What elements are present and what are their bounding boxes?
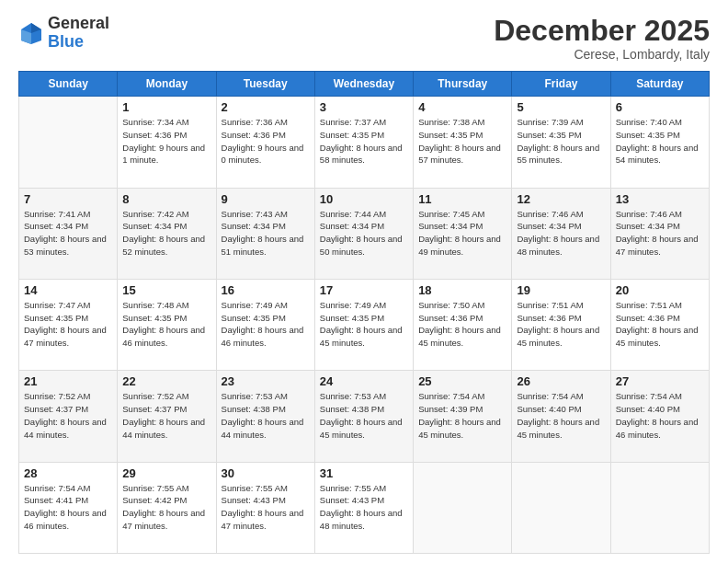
location-subtitle: Cerese, Lombardy, Italy [494,47,710,62]
day-info: Sunrise: 7:39 AMSunset: 4:35 PMDaylight:… [517,116,605,167]
calendar-cell: 14Sunrise: 7:47 AMSunset: 4:35 PMDayligh… [19,279,118,370]
calendar-week-row: 28Sunrise: 7:54 AMSunset: 4:41 PMDayligh… [19,462,710,553]
day-number: 22 [122,374,210,388]
day-number: 10 [320,192,408,206]
day-info: Sunrise: 7:36 AMSunset: 4:36 PMDaylight:… [222,116,310,167]
day-number: 21 [24,374,112,388]
day-number: 28 [24,466,112,480]
calendar-cell: 27Sunrise: 7:54 AMSunset: 4:40 PMDayligh… [610,371,709,462]
day-info: Sunrise: 7:53 AMSunset: 4:38 PMDaylight:… [320,390,408,441]
day-number: 25 [418,374,506,388]
day-number: 16 [222,283,310,297]
calendar-cell [512,462,610,553]
day-info: Sunrise: 7:47 AMSunset: 4:35 PMDaylight:… [24,299,112,350]
day-number: 23 [222,374,310,388]
day-info: Sunrise: 7:38 AMSunset: 4:35 PMDaylight:… [418,116,506,167]
header: General Blue December 2025 Cerese, Lomba… [18,15,710,62]
calendar-cell: 15Sunrise: 7:48 AMSunset: 4:35 PMDayligh… [118,279,216,370]
day-number: 17 [320,283,408,297]
calendar-cell: 18Sunrise: 7:50 AMSunset: 4:36 PMDayligh… [414,279,512,370]
day-number: 11 [418,192,506,206]
day-info: Sunrise: 7:46 AMSunset: 4:34 PMDaylight:… [517,208,605,259]
day-number: 8 [122,192,210,206]
month-title: December 2025 [494,15,710,47]
weekday-header-thursday: Thursday [414,72,512,97]
day-info: Sunrise: 7:40 AMSunset: 4:35 PMDaylight:… [616,116,704,167]
calendar-cell: 30Sunrise: 7:55 AMSunset: 4:43 PMDayligh… [216,462,314,553]
day-number: 14 [24,283,112,297]
day-number: 27 [616,374,704,388]
day-info: Sunrise: 7:44 AMSunset: 4:34 PMDaylight:… [320,208,408,259]
calendar-week-row: 21Sunrise: 7:52 AMSunset: 4:37 PMDayligh… [19,371,710,462]
day-number: 3 [320,100,408,114]
calendar-cell: 1Sunrise: 7:34 AMSunset: 4:36 PMDaylight… [118,97,216,188]
day-info: Sunrise: 7:51 AMSunset: 4:36 PMDaylight:… [616,299,704,350]
day-info: Sunrise: 7:43 AMSunset: 4:34 PMDaylight:… [222,208,310,259]
calendar-week-row: 14Sunrise: 7:47 AMSunset: 4:35 PMDayligh… [19,279,710,370]
logo-general-text: General [48,14,109,32]
weekday-header-friday: Friday [512,72,610,97]
day-info: Sunrise: 7:41 AMSunset: 4:34 PMDaylight:… [24,208,112,259]
weekday-header-row: SundayMondayTuesdayWednesdayThursdayFrid… [19,72,710,97]
calendar-cell [414,462,512,553]
calendar-cell: 22Sunrise: 7:52 AMSunset: 4:37 PMDayligh… [118,371,216,462]
calendar-cell: 4Sunrise: 7:38 AMSunset: 4:35 PMDaylight… [414,97,512,188]
day-number: 20 [616,283,704,297]
calendar-cell: 29Sunrise: 7:55 AMSunset: 4:42 PMDayligh… [118,462,216,553]
day-number: 15 [122,283,210,297]
calendar-cell: 31Sunrise: 7:55 AMSunset: 4:43 PMDayligh… [314,462,413,553]
day-number: 31 [320,466,408,480]
calendar-cell: 24Sunrise: 7:53 AMSunset: 4:38 PMDayligh… [314,371,413,462]
calendar-cell: 12Sunrise: 7:46 AMSunset: 4:34 PMDayligh… [512,188,610,279]
day-info: Sunrise: 7:52 AMSunset: 4:37 PMDaylight:… [122,390,210,441]
day-info: Sunrise: 7:54 AMSunset: 4:40 PMDaylight:… [616,390,704,441]
day-number: 1 [122,100,210,114]
calendar-cell: 6Sunrise: 7:40 AMSunset: 4:35 PMDaylight… [610,97,709,188]
calendar-week-row: 7Sunrise: 7:41 AMSunset: 4:34 PMDaylight… [19,188,710,279]
day-info: Sunrise: 7:37 AMSunset: 4:35 PMDaylight:… [320,116,408,167]
calendar-cell: 19Sunrise: 7:51 AMSunset: 4:36 PMDayligh… [512,279,610,370]
calendar-cell: 9Sunrise: 7:43 AMSunset: 4:34 PMDaylight… [216,188,314,279]
day-number: 30 [222,466,310,480]
day-number: 9 [222,192,310,206]
calendar-cell: 28Sunrise: 7:54 AMSunset: 4:41 PMDayligh… [19,462,118,553]
day-number: 18 [418,283,506,297]
day-number: 24 [320,374,408,388]
day-number: 6 [616,100,704,114]
calendar-cell: 16Sunrise: 7:49 AMSunset: 4:35 PMDayligh… [216,279,314,370]
calendar-cell: 8Sunrise: 7:42 AMSunset: 4:34 PMDaylight… [118,188,216,279]
calendar-cell: 20Sunrise: 7:51 AMSunset: 4:36 PMDayligh… [610,279,709,370]
logo-text: General Blue [48,15,109,52]
day-number: 2 [222,100,310,114]
weekday-header-monday: Monday [118,72,216,97]
day-number: 12 [517,192,605,206]
day-info: Sunrise: 7:51 AMSunset: 4:36 PMDaylight:… [517,299,605,350]
calendar-cell: 10Sunrise: 7:44 AMSunset: 4:34 PMDayligh… [314,188,413,279]
day-info: Sunrise: 7:54 AMSunset: 4:40 PMDaylight:… [517,390,605,441]
day-number: 29 [122,466,210,480]
calendar-cell: 21Sunrise: 7:52 AMSunset: 4:37 PMDayligh… [19,371,118,462]
day-info: Sunrise: 7:34 AMSunset: 4:36 PMDaylight:… [122,116,210,167]
title-block: December 2025 Cerese, Lombardy, Italy [494,15,710,62]
calendar-cell: 3Sunrise: 7:37 AMSunset: 4:35 PMDaylight… [314,97,413,188]
day-number: 4 [418,100,506,114]
logo-icon [18,20,44,46]
logo-blue-text: Blue [48,32,84,51]
calendar-cell: 5Sunrise: 7:39 AMSunset: 4:35 PMDaylight… [512,97,610,188]
calendar-cell: 17Sunrise: 7:49 AMSunset: 4:35 PMDayligh… [314,279,413,370]
day-info: Sunrise: 7:49 AMSunset: 4:35 PMDaylight:… [222,299,310,350]
calendar-cell: 2Sunrise: 7:36 AMSunset: 4:36 PMDaylight… [216,97,314,188]
day-number: 7 [24,192,112,206]
calendar-cell: 23Sunrise: 7:53 AMSunset: 4:38 PMDayligh… [216,371,314,462]
day-number: 26 [517,374,605,388]
day-info: Sunrise: 7:49 AMSunset: 4:35 PMDaylight:… [320,299,408,350]
day-info: Sunrise: 7:50 AMSunset: 4:36 PMDaylight:… [418,299,506,350]
day-info: Sunrise: 7:42 AMSunset: 4:34 PMDaylight:… [122,208,210,259]
day-info: Sunrise: 7:53 AMSunset: 4:38 PMDaylight:… [222,390,310,441]
logo: General Blue [18,15,109,52]
calendar-cell: 11Sunrise: 7:45 AMSunset: 4:34 PMDayligh… [414,188,512,279]
calendar-table: SundayMondayTuesdayWednesdayThursdayFrid… [18,71,710,554]
day-info: Sunrise: 7:54 AMSunset: 4:39 PMDaylight:… [418,390,506,441]
day-number: 5 [517,100,605,114]
page: General Blue December 2025 Cerese, Lomba… [0,0,728,563]
